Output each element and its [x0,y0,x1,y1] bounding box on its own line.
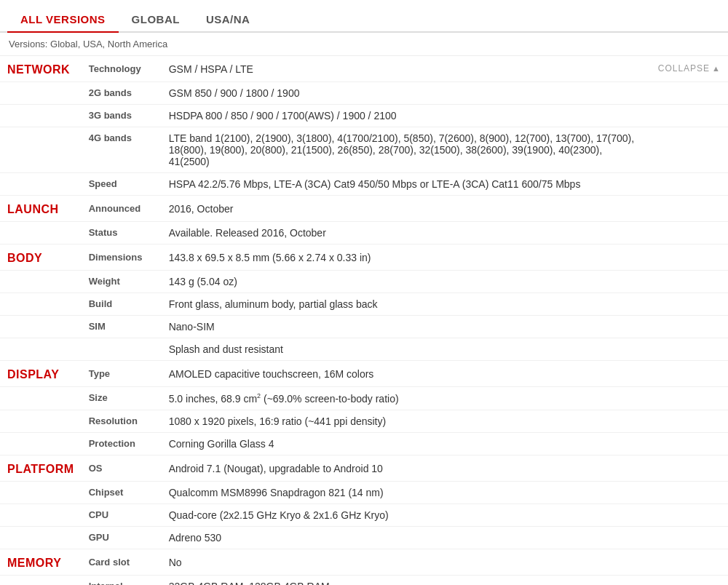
spec-value: Front glass, aluminum body, partial glas… [162,293,651,316]
table-row: StatusAvailable. Released 2016, October [0,222,728,244]
section-label-launch: LAUNCH [0,196,82,222]
spec-value: GSM 850 / 900 / 1800 / 1900 [162,82,651,105]
section-label-display: DISPLAY [0,361,82,387]
spec-value: HSDPA 800 / 850 / 900 / 1700(AWS) / 1900… [162,105,651,127]
table-row: BuildFront glass, aluminum body, partial… [0,293,728,316]
collapse-cell [651,82,728,105]
collapse-cell [651,105,728,127]
collapse-cell [651,575,728,585]
spec-value: HSPA 42.2/5.76 Mbps, LTE-A (3CA) Cat9 45… [162,173,651,196]
spec-value: 5.0 inches, 68.9 cm2 (~69.0% screen-to-b… [162,387,651,410]
collapse-cell [651,316,728,338]
tabs-bar: ALL VERSIONS GLOBAL USA/NA [0,0,728,33]
section-label-body [0,316,82,338]
section-label-network [0,105,82,127]
spec-value: AMOLED capacitive touchscreen, 16M color… [162,361,651,387]
spec-label: GPU [82,526,162,549]
section-label-platform [0,526,82,549]
spec-label: OS [82,455,162,481]
spec-label: 3G bands [82,105,162,127]
spec-label: Size [82,387,162,410]
spec-value: Adreno 530 [162,526,651,549]
spec-label: Speed [82,173,162,196]
spec-label: Build [82,293,162,316]
spec-label: Protection [82,432,162,455]
spec-label: Dimensions [82,244,162,271]
spec-value: LTE band 1(2100), 2(1900), 3(1800), 4(17… [162,127,651,173]
section-label-body [0,293,82,316]
spec-value: 1080 x 1920 pixels, 16:9 ratio (~441 ppi… [162,410,651,432]
section-label-display [0,387,82,410]
collapse-cell[interactable]: COLLAPSE▲ [651,56,728,82]
spec-label: Resolution [82,410,162,432]
spec-table: NETWORKTechnologyGSM / HSPA / LTECOLLAPS… [0,56,728,585]
table-row: NETWORKTechnologyGSM / HSPA / LTECOLLAPS… [0,56,728,82]
section-label-network [0,127,82,173]
table-row: Size5.0 inches, 68.9 cm2 (~69.0% screen-… [0,387,728,410]
tab-all-versions[interactable]: ALL VERSIONS [7,7,119,33]
table-row: 2G bandsGSM 850 / 900 / 1800 / 1900 [0,82,728,105]
table-row: SpeedHSPA 42.2/5.76 Mbps, LTE-A (3CA) Ca… [0,173,728,196]
spec-value: 2016, October [162,196,651,222]
collapse-cell [651,410,728,432]
table-row: ChipsetQualcomm MSM8996 Snapdragon 821 (… [0,481,728,504]
table-row: MEMORYCard slotNo [0,549,728,575]
spec-label: CPU [82,504,162,526]
section-label-platform [0,504,82,526]
section-label-body: BODY [0,244,82,271]
table-row: GPUAdreno 530 [0,526,728,549]
spec-value: Splash and dust resistant [162,338,651,361]
table-row: PLATFORMOSAndroid 7.1 (Nougat), upgradab… [0,455,728,481]
table-row: 3G bandsHSDPA 800 / 850 / 900 / 1700(AWS… [0,105,728,127]
collapse-cell [651,338,728,361]
collapse-cell [651,173,728,196]
table-row: Weight143 g (5.04 oz) [0,271,728,293]
section-label-body [0,338,82,361]
spec-value: No [162,549,651,575]
spec-label: 2G bands [82,82,162,105]
spec-label: 4G bands [82,127,162,173]
section-label-network [0,173,82,196]
collapse-cell [651,549,728,575]
table-row: ProtectionCorning Gorilla Glass 4 [0,432,728,455]
spec-value: 32GB 4GB RAM, 128GB 4GB RAM [162,575,651,585]
spec-value: 143.8 x 69.5 x 8.5 mm (5.66 x 2.74 x 0.3… [162,244,651,271]
collapse-cell [651,196,728,222]
spec-label: Internal [82,575,162,585]
collapse-cell [651,432,728,455]
spec-value: Android 7.1 (Nougat), upgradable to Andr… [162,455,651,481]
spec-label: Announced [82,196,162,222]
tab-usana[interactable]: USA/NA [193,7,264,33]
section-label-platform: PLATFORM [0,455,82,481]
spec-label: Type [82,361,162,387]
section-label-body [0,271,82,293]
spec-value: Qualcomm MSM8996 Snapdragon 821 (14 nm) [162,481,651,504]
table-row: Resolution1080 x 1920 pixels, 16:9 ratio… [0,410,728,432]
spec-label: Card slot [82,549,162,575]
collapse-label: COLLAPSE [658,63,710,73]
table-row: CPUQuad-core (2x2.15 GHz Kryo & 2x1.6 GH… [0,504,728,526]
collapse-cell [651,455,728,481]
collapse-cell [651,526,728,549]
collapse-cell [651,504,728,526]
spec-label: Technology [82,56,162,82]
section-label-launch [0,222,82,244]
spec-value: Quad-core (2x2.15 GHz Kryo & 2x1.6 GHz K… [162,504,651,526]
table-row: DISPLAYTypeAMOLED capacitive touchscreen… [0,361,728,387]
section-label-display [0,432,82,455]
spec-label: SIM [82,316,162,338]
section-label-memory [0,575,82,585]
spec-value: GSM / HSPA / LTE [162,56,651,82]
tab-global[interactable]: GLOBAL [119,7,193,33]
section-label-network [0,82,82,105]
collapse-cell [651,271,728,293]
spec-value: Corning Gorilla Glass 4 [162,432,651,455]
collapse-arrow-icon: ▲ [712,64,721,73]
table-row: Internal32GB 4GB RAM, 128GB 4GB RAM [0,575,728,585]
collapse-cell [651,293,728,316]
section-label-network: NETWORK [0,56,82,82]
collapse-cell [651,387,728,410]
section-label-memory: MEMORY [0,549,82,575]
table-row: LAUNCHAnnounced2016, October [0,196,728,222]
versions-line: Versions: Global, USA, North America [0,33,728,56]
